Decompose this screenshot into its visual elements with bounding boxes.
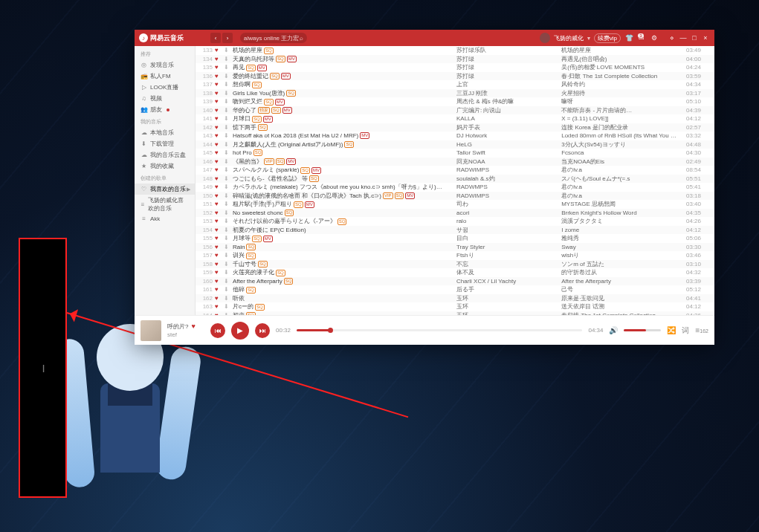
track-album[interactable]: 君のlv.a — [561, 166, 686, 174]
track-row[interactable]: 147 ♥ ⬇ スパヘルクルミ (sparkle)SQMV RADWIMPS 君… — [196, 166, 714, 175]
track-album[interactable]: 3分(人大(Sv54)ヨッすり — [561, 140, 686, 149]
heart-icon[interactable]: ♥ — [215, 175, 224, 182]
heart-icon[interactable]: ♥ — [215, 141, 224, 148]
now-playing-artist[interactable]: stef — [167, 331, 204, 339]
track-artist[interactable]: 三豆JJ 刚淮 — [456, 89, 561, 97]
sidebar-item[interactable]: ≡Akk — [135, 214, 195, 224]
download-icon[interactable]: ⬇ — [224, 64, 233, 71]
download-icon[interactable]: ⬇ — [224, 227, 233, 233]
heart-icon[interactable]: ♥ — [215, 261, 224, 267]
next-button[interactable]: ⏭ — [255, 323, 270, 338]
track-album[interactable]: wishり — [561, 251, 686, 259]
heart-icon[interactable]: ♥ — [215, 269, 224, 276]
avatar[interactable] — [540, 33, 550, 43]
track-artist[interactable]: 玉环 — [456, 302, 561, 311]
track-artist[interactable]: 司わ — [456, 200, 561, 208]
prev-button[interactable]: ⏮ — [210, 323, 225, 338]
track-title[interactable]: 火莲亮的液子化SQ — [233, 268, 456, 276]
track-title[interactable]: 天真的乌托邦等SQMV — [233, 55, 456, 63]
track-row[interactable]: 141 ♥ ⬇ 月球日SQMV KALLA X = (3.11) LOVE]] … — [196, 114, 714, 123]
track-album[interactable]: 君のlv.a — [561, 192, 686, 200]
track-row[interactable]: 144 ♥ ⬇ 月之麒麟人(人生 (Original ArtistアルbMF))… — [196, 140, 714, 149]
heart-icon[interactable]: ♥ — [215, 244, 224, 250]
play-button[interactable]: ▶ — [231, 322, 249, 340]
like-button[interactable]: ♥ — [191, 322, 195, 330]
track-title[interactable]: No sweetest choncSQ — [233, 210, 456, 216]
download-icon[interactable]: ⬇ — [224, 244, 233, 250]
track-title[interactable]: 月球日SQMV — [233, 114, 456, 123]
track-album[interactable]: 送天依岸目 话溯 — [561, 302, 686, 311]
track-row[interactable]: 149 ♥ ⬇ カペラホルミ (melakale) フつス《about me y… — [196, 183, 714, 192]
track-title[interactable]: 片cー的SQ — [233, 302, 456, 311]
track-artist[interactable]: acori — [456, 210, 561, 216]
download-icon[interactable]: ⬇ — [224, 303, 233, 310]
track-album[interactable]: スパ(ヘも/Soul eムナ*(=.s — [561, 175, 686, 183]
track-artist[interactable]: RADWIMPS — [456, 166, 561, 173]
track-album[interactable]: 渦溪プタクタミ — [561, 217, 686, 225]
track-artist[interactable]: 不忘 — [456, 260, 561, 268]
download-icon[interactable]: ⬇ — [224, 252, 233, 259]
track-row[interactable]: 161 ♥ ⬇ 他碎SQ 后る手 己号 05:12 — [196, 285, 714, 294]
track-row[interactable]: 158 ♥ ⬇ 千山寸号SQ 不忘 ソンm of 五誌た 03:10 — [196, 260, 714, 269]
heart-icon[interactable]: ♥ — [215, 295, 224, 302]
heart-icon[interactable]: ♥ — [215, 149, 224, 156]
track-album[interactable]: 君のlv.a — [561, 183, 686, 191]
track-row[interactable]: 135 ♥ ⬇ 再见SQMV 苏打绿 吴(伟)的相爱 LOVE MOMENTS … — [196, 63, 714, 72]
heart-icon[interactable]: ♥ — [215, 210, 224, 216]
track-row[interactable]: 156 ♥ ⬇ RainSQ Tray Styler Sway 03:30 — [196, 243, 714, 252]
track-album[interactable]: After the Afterparty — [561, 278, 686, 285]
track-artist[interactable]: Tallor Swift — [456, 149, 561, 156]
volume-icon[interactable]: 🔊 — [609, 326, 618, 334]
track-title[interactable]: Hatsoff aka ot Koa 2018 (Est Mat Ha U2 /… — [233, 132, 456, 139]
heart-icon[interactable]: ♥ — [215, 132, 224, 139]
track-title[interactable]: 他碎SQ — [233, 285, 456, 293]
track-title[interactable]: RainSQ — [233, 244, 456, 250]
track-row[interactable]: 133 ♥ ⬇ 机场的星座SQ 苏打绿乐队 机场的星座 03:49 — [196, 46, 714, 55]
heart-icon[interactable]: ♥ — [215, 73, 224, 80]
track-artist[interactable]: 后る手 — [456, 285, 561, 293]
shuffle-icon[interactable]: 🔀 — [667, 326, 676, 334]
track-album[interactable]: 当克NOAA的Eis — [561, 158, 686, 166]
mini-mode-icon[interactable]: ⋄ — [668, 33, 676, 42]
track-row[interactable]: 139 ♥ ⬇ 吻到烂又烂SQMV 周杰伦 & 梅s 仲&的嘛 嘛呀 05:10 — [196, 97, 714, 106]
heart-icon[interactable]: ♥ — [215, 218, 224, 224]
heart-icon[interactable]: ♥ — [215, 286, 224, 293]
heart-icon[interactable]: ♥ — [215, 90, 224, 97]
heart-icon[interactable]: ♥ — [215, 201, 224, 207]
track-row[interactable]: 148 ♥ ⬇ つごにもら-《君性名誌》 等SQ soulalah &.s灼 ス… — [196, 175, 714, 184]
track-row[interactable]: 151 ♥ ⬇ 粗片駅(手淮(手)戸粗りSQMV 司わ MYSTAGE 思杨想闻… — [196, 200, 714, 209]
app-logo[interactable]: ♪ 网易云音乐 — [139, 33, 184, 43]
track-album[interactable]: 己号 — [561, 285, 686, 293]
track-row[interactable]: 146 ♥ ⬇ 《黑的当》VIPSQMV 回克NOAA 当克NOAA的Eis 0… — [196, 158, 714, 166]
track-title[interactable]: 月球等SQMV — [233, 234, 456, 242]
track-title[interactable]: 机场的星座SQ — [233, 46, 456, 54]
track-title[interactable]: 《黑的当》VIPSQMV — [233, 158, 456, 166]
download-icon[interactable]: ⬇ — [224, 218, 233, 224]
heart-icon[interactable]: ♥ — [215, 166, 224, 173]
track-artist[interactable]: 上官 — [456, 80, 561, 88]
track-artist[interactable]: KALLA — [456, 115, 561, 122]
download-icon[interactable]: ⬇ — [224, 56, 233, 62]
heart-icon[interactable]: ♥ — [215, 115, 224, 122]
track-artist[interactable]: DJ Hotwork — [456, 132, 561, 139]
track-title[interactable]: 碎晴滋(诡的液俄的名啥而 和《日の忍辱决》Tach 执.c⊃)VIPSQMV — [233, 192, 456, 200]
track-title[interactable]: それだけ以前の嘉手らりとん《-アー》SQ — [233, 217, 456, 225]
nav-forward-button[interactable]: › — [222, 33, 233, 43]
sidebar-item[interactable]: ▷LOOK直播 — [135, 82, 195, 93]
track-album[interactable]: 嘛呀 — [561, 97, 686, 106]
track-row[interactable]: 145 ♥ ⬇ hot ProSQ Tallor Swift Fcsonca 0… — [196, 149, 714, 158]
progress-bar[interactable] — [297, 329, 582, 331]
download-icon[interactable]: ⬇ — [224, 98, 233, 105]
track-title[interactable]: つごにもら-《君性名誌》 等SQ — [233, 175, 456, 183]
track-artist[interactable]: 目白 — [456, 234, 561, 242]
download-icon[interactable]: ⬇ — [224, 286, 233, 293]
download-icon[interactable]: ⬇ — [224, 149, 233, 156]
track-title[interactable]: Girls Like You(唐淮)SQ — [233, 89, 456, 97]
track-album[interactable]: Fcsonca — [561, 149, 686, 156]
sidebar-item[interactable]: 📻私人FM — [135, 71, 195, 82]
download-icon[interactable]: ⬇ — [224, 201, 233, 207]
sidebar-item[interactable]: ☁本地音乐 — [135, 127, 195, 138]
track-row[interactable]: 137 ♥ ⬇ 想你啊SQ 上官 风铃奇约 04:34 — [196, 80, 714, 89]
vip-button[interactable]: 续费vip — [594, 33, 621, 43]
heart-icon[interactable]: ♥ — [215, 252, 224, 259]
